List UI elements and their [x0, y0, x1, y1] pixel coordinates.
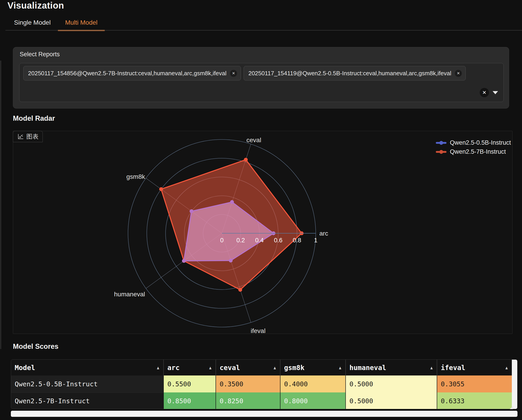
model-radar-heading: Model Radar	[13, 114, 55, 122]
left-edge-panel	[0, 60, 1, 349]
model-scores-heading: Model Scores	[13, 343, 59, 351]
column-header-arc[interactable]: arc▲	[163, 360, 215, 375]
model-name-cell: Qwen2.5-7B-Instruct	[11, 392, 163, 409]
radar-axis-label: ifeval	[251, 327, 266, 333]
radar-tick-label: 0.8	[293, 237, 301, 244]
table-resize-handle[interactable]	[510, 406, 513, 409]
score-cell-arc: 0.8500	[163, 392, 215, 409]
radar-axis-label: gsm8k	[126, 173, 145, 180]
legend-marker-icon	[436, 151, 446, 153]
radar-axis-label: arc	[319, 230, 328, 237]
column-header-label: gsm8k	[284, 364, 304, 372]
selected-report-chips: 20250117_154856@Qwen2.5-7B-Instruct:ceva…	[23, 66, 500, 81]
radar-axis-label: humaneval	[114, 291, 145, 298]
sort-asc-icon[interactable]: ▲	[430, 365, 433, 370]
radar-tick-label: 0.6	[274, 237, 283, 244]
score-cell-arc: 0.5500	[163, 375, 215, 392]
select-reports-label: Select Reports	[20, 51, 60, 58]
sort-asc-icon[interactable]: ▲	[274, 365, 276, 370]
report-chip-label: 20250117_154856@Qwen2.5-7B-Instruct:ceva…	[28, 70, 226, 77]
chip-remove-icon[interactable]: ✕	[455, 70, 462, 77]
model-name-cell: Qwen2.5-0.5B-Instruct	[11, 375, 163, 392]
score-cell-ifeval: 0.6333	[437, 392, 512, 409]
radar-tick-label: 0.2	[236, 237, 245, 244]
scatter-chart-icon	[17, 133, 24, 140]
column-header-label: ifeval	[441, 364, 465, 372]
column-header-Model[interactable]: Model▲	[11, 360, 163, 375]
column-header-label: ceval	[220, 364, 240, 372]
legend-item[interactable]: Qwen2.5-0.5B-Instruct	[436, 139, 511, 146]
radar-tick-label: 0.4	[255, 237, 264, 244]
radar-data-point	[190, 209, 193, 213]
page: Visualization Single Model Multi Model S…	[0, 0, 522, 420]
legend-label: Qwen2.5-7B-Instruct	[450, 148, 506, 155]
select-reports-panel: Select Reports 20250117_154856@Qwen2.5-7…	[13, 47, 509, 108]
column-header-label: humaneval	[349, 364, 386, 372]
report-chip[interactable]: 20250117_154119@Qwen2.5-0.5B-Instruct:ce…	[244, 66, 466, 81]
radar-data-point	[244, 158, 248, 162]
column-header-gsm8k[interactable]: gsm8k▲	[280, 360, 345, 375]
radar-tick-label: 1	[314, 237, 317, 244]
sort-asc-icon[interactable]: ▲	[506, 365, 508, 370]
radar-data-point	[238, 288, 242, 292]
report-chip-label: 20250117_154119@Qwen2.5-0.5B-Instruct:ce…	[248, 70, 451, 77]
radar-chart-panel: 00.20.40.60.81arccevalgsm8khumanevalifev…	[13, 131, 513, 334]
column-header-humaneval[interactable]: humaneval▲	[345, 360, 437, 375]
radar-data-point	[229, 259, 233, 262]
report-chip[interactable]: 20250117_154856@Qwen2.5-7B-Instruct:ceva…	[23, 66, 241, 81]
clear-all-icon[interactable]: ✕	[480, 88, 489, 97]
chart-tab-label: 图表	[26, 133, 39, 141]
page-title: Visualization	[8, 0, 64, 11]
tab-multi-model[interactable]: Multi Model	[58, 19, 105, 31]
score-cell-humaneval: 0.5000	[345, 375, 437, 392]
caret-down-icon[interactable]	[493, 91, 498, 94]
column-header-label: arc	[167, 364, 180, 372]
multiselect-controls: ✕	[480, 88, 498, 97]
chart-legend: Qwen2.5-0.5B-InstructQwen2.5-7B-Instruct	[436, 139, 511, 155]
legend-label: Qwen2.5-0.5B-Instruct	[450, 139, 511, 146]
legend-marker-icon	[436, 142, 446, 144]
column-header-ifeval[interactable]: ifeval▲	[437, 360, 512, 375]
score-cell-gsm8k: 0.8000	[280, 392, 345, 409]
score-cell-ifeval: 0.3055	[437, 375, 512, 392]
vertical-scrollbar[interactable]	[512, 360, 517, 409]
score-cell-ceval: 0.3500	[215, 375, 280, 392]
tab-single-model[interactable]: Single Model	[7, 19, 58, 31]
horizontal-scrollbar[interactable]	[11, 411, 517, 417]
legend-item[interactable]: Qwen2.5-7B-Instruct	[436, 148, 511, 155]
chip-remove-icon[interactable]: ✕	[230, 70, 237, 77]
tab-bar: Single Model Multi Model	[7, 19, 105, 31]
score-cell-humaneval: 0.5000	[345, 392, 437, 409]
model-scores-table: Model▲arc▲ceval▲gsm8k▲humaneval▲ifeval▲Q…	[11, 360, 517, 409]
reports-multiselect[interactable]: 20250117_154856@Qwen2.5-7B-Instruct:ceva…	[19, 63, 504, 102]
column-header-ceval[interactable]: ceval▲	[215, 360, 280, 375]
radar-data-point	[159, 187, 163, 191]
sort-asc-icon[interactable]: ▲	[339, 365, 341, 370]
chart-tab[interactable]: 图表	[13, 131, 43, 142]
sort-asc-icon[interactable]: ▲	[157, 365, 159, 370]
radar-data-point	[182, 259, 186, 263]
sort-asc-icon[interactable]: ▲	[209, 365, 211, 370]
score-cell-ceval: 0.8250	[215, 392, 280, 409]
radar-tick-label: 0	[220, 237, 223, 244]
radar-chart: 00.20.40.60.81arccevalgsm8khumanevalifev…	[13, 131, 512, 333]
radar-axis-label: ceval	[246, 136, 261, 143]
score-cell-gsm8k: 0.4000	[280, 375, 345, 392]
radar-data-point	[230, 200, 234, 204]
column-header-label: Model	[15, 364, 35, 372]
tab-divider	[5, 30, 522, 30]
